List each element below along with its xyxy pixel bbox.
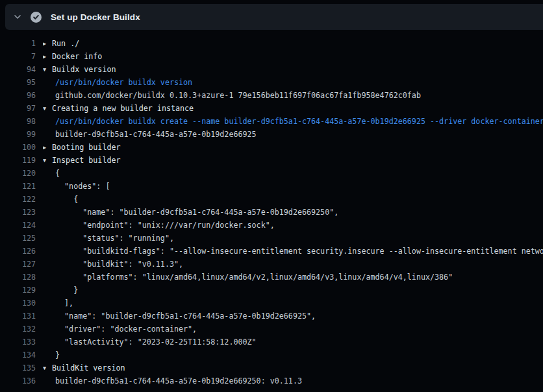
log-group-title: Booting builder (52, 143, 121, 152)
line-number[interactable]: 119 (0, 154, 36, 167)
line-number[interactable]: 130 (0, 297, 36, 310)
line-number[interactable]: 123 (0, 206, 36, 219)
line-number[interactable]: 97 (0, 102, 36, 115)
log-group-title: BuildKit version (52, 363, 125, 373)
log-output-text: builder-d9cfb5a1-c764-445a-a57e-0b19d2e6… (55, 374, 302, 387)
line-number[interactable]: 100 (0, 141, 36, 154)
line-number[interactable]: 121 (0, 180, 36, 193)
line-number[interactable]: 124 (0, 219, 36, 232)
log-group-title: Buildx version (52, 65, 116, 74)
log-line: 129 } (0, 284, 543, 297)
line-number[interactable]: 98 (0, 115, 36, 128)
log-line: 120{ (0, 167, 543, 180)
log-output-text: "platforms": "linux/amd64,linux/amd64/v2… (55, 271, 453, 284)
line-number[interactable]: 131 (0, 310, 36, 323)
line-number[interactable]: 122 (0, 193, 36, 206)
log-line: 119▼Inspect builder (0, 154, 543, 167)
line-number[interactable]: 125 (0, 232, 36, 245)
line-number[interactable]: 96 (0, 89, 36, 102)
line-number[interactable]: 135 (0, 361, 36, 374)
log-output-text: } (55, 284, 78, 297)
log-group-toggle[interactable]: ▶Booting builder (43, 141, 121, 154)
log-line: 128 "platforms": "linux/amd64,linux/amd6… (0, 271, 543, 284)
log-group-toggle[interactable]: ▼Creating a new builder instance (43, 102, 194, 115)
line-number[interactable]: 133 (0, 336, 36, 349)
log-output-text: "status": "running", (55, 232, 174, 245)
log-line: 134} (0, 349, 543, 361)
line-number[interactable]: 128 (0, 271, 36, 284)
log-line: 131 "name": "builder-d9cfb5a1-c764-445a-… (0, 310, 543, 323)
log-command-text: /usr/bin/docker buildx create --name bui… (55, 115, 543, 128)
log-output-text: "lastActivity": "2023-02-25T11:58:12.000… (55, 336, 257, 349)
log-line: 133 "lastActivity": "2023-02-25T11:58:12… (0, 336, 543, 349)
log-output-text: ], (55, 297, 73, 310)
log-output-text: "driver": "docker-container", (55, 323, 197, 336)
log-line: 100▶Booting builder (0, 141, 543, 154)
log-line: 121 "nodes": [ (0, 180, 543, 193)
line-number[interactable]: 95 (0, 76, 36, 89)
group-expanded-icon[interactable]: ▼ (43, 361, 52, 374)
line-number[interactable]: 7 (0, 50, 36, 63)
log-line: 135▼BuildKit version (0, 361, 543, 374)
log-group-toggle[interactable]: ▼Buildx version (43, 63, 116, 76)
log-line: 7▶Docker info (0, 50, 543, 63)
log-line: 122 { (0, 193, 543, 206)
log-output-text: "buildkit": "v0.11.3", (55, 258, 183, 271)
group-expanded-icon[interactable]: ▼ (43, 154, 52, 167)
log-command-text: /usr/bin/docker buildx version (55, 76, 192, 89)
log-line: 126 "buildkitd-flags": "--allow-insecure… (0, 245, 543, 258)
log-group-toggle[interactable]: ▶Run ./ (43, 37, 79, 50)
line-number[interactable]: 99 (0, 128, 36, 141)
group-collapsed-icon[interactable]: ▶ (43, 37, 52, 50)
log-output-text: github.com/docker/buildx 0.10.3+azure-1 … (55, 89, 421, 102)
group-collapsed-icon[interactable]: ▶ (43, 50, 52, 63)
line-number[interactable]: 136 (0, 374, 36, 387)
log-group-title: Inspect builder (52, 156, 121, 165)
group-collapsed-icon[interactable]: ▶ (43, 141, 52, 154)
log-output-text: "buildkitd-flags": "--allow-insecure-ent… (55, 245, 543, 258)
log-group-toggle[interactable]: ▼BuildKit version (43, 361, 125, 374)
line-number[interactable]: 132 (0, 323, 36, 336)
log-line: 98/usr/bin/docker buildx create --name b… (0, 115, 543, 128)
step-title: Set up Docker Buildx (51, 12, 140, 22)
group-expanded-icon[interactable]: ▼ (43, 63, 52, 76)
log-group-title: Creating a new builder instance (52, 104, 194, 113)
log-output-text: { (55, 193, 78, 206)
log-output-text: "nodes": [ (55, 180, 110, 193)
log-output-text: builder-d9cfb5a1-c764-445a-a57e-0b19d2e6… (55, 128, 257, 141)
log-group-title: Run ./ (52, 39, 79, 48)
log-output-text: } (55, 349, 60, 361)
line-number[interactable]: 129 (0, 284, 36, 297)
log-group-title: Docker info (52, 52, 102, 61)
log-output-text: "name": "builder-d9cfb5a1-c764-445a-a57e… (55, 206, 338, 219)
log-line: 1▶Run ./ (0, 37, 543, 50)
log-line: 125 "status": "running", (0, 232, 543, 245)
log-line: 130 ], (0, 297, 543, 310)
check-circle-icon (31, 12, 42, 23)
line-number[interactable]: 134 (0, 349, 36, 361)
log-line: 97▼Creating a new builder instance (0, 102, 543, 115)
log-line: 123 "name": "builder-d9cfb5a1-c764-445a-… (0, 206, 543, 219)
log-output-text: { (55, 167, 60, 180)
log-line: 136builder-d9cfb5a1-c764-445a-a57e-0b19d… (0, 374, 543, 387)
line-number[interactable]: 126 (0, 245, 36, 258)
chevron-down-icon[interactable] (13, 12, 22, 21)
log-line: 124 "endpoint": "unix:///var/run/docker.… (0, 219, 543, 232)
log-viewer[interactable]: 1▶Run ./7▶Docker info94▼Buildx version95… (0, 30, 543, 392)
log-line: 132 "driver": "docker-container", (0, 323, 543, 336)
step-header[interactable]: Set up Docker Buildx (5, 4, 543, 30)
log-group-toggle[interactable]: ▶Docker info (43, 50, 102, 63)
log-line: 95/usr/bin/docker buildx version (0, 76, 543, 89)
line-number[interactable]: 120 (0, 167, 36, 180)
line-number[interactable]: 127 (0, 258, 36, 271)
log-output-text: "name": "builder-d9cfb5a1-c764-445a-a57e… (55, 310, 316, 323)
log-line: 96github.com/docker/buildx 0.10.3+azure-… (0, 89, 543, 102)
line-number[interactable]: 1 (0, 37, 36, 50)
log-line: 94▼Buildx version (0, 63, 543, 76)
line-number[interactable]: 94 (0, 63, 36, 76)
log-line: 99builder-d9cfb5a1-c764-445a-a57e-0b19d2… (0, 128, 543, 141)
log-group-toggle[interactable]: ▼Inspect builder (43, 154, 121, 167)
group-expanded-icon[interactable]: ▼ (43, 102, 52, 115)
log-output-text: "endpoint": "unix:///var/run/docker.sock… (55, 219, 275, 232)
log-line: 127 "buildkit": "v0.11.3", (0, 258, 543, 271)
